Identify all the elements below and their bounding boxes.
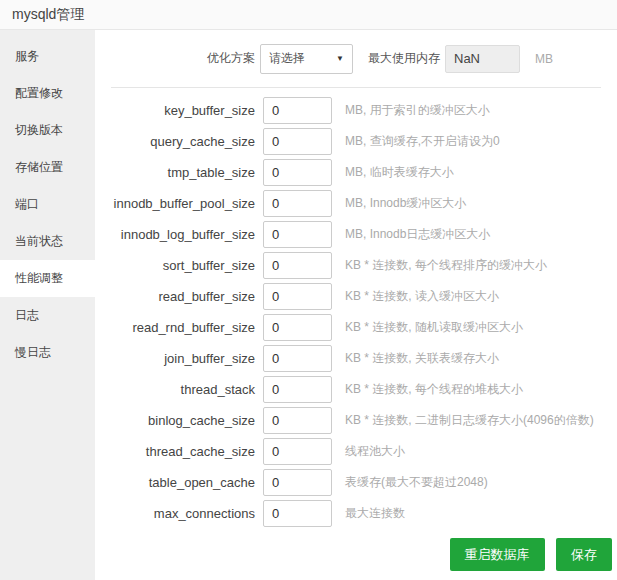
param-value-input[interactable]: [263, 438, 332, 465]
sidebar-item-label: 端口: [15, 197, 39, 211]
form-row-6: read_buffer_size KB * 连接数, 读入缓冲区大小: [95, 281, 617, 312]
window-header: mysqld管理: [0, 0, 617, 30]
param-hint: KB * 连接数, 二进制日志缓存大小(4096的倍数): [345, 412, 594, 429]
param-hint: MB, 查询缓存,不开启请设为0: [345, 133, 500, 150]
param-value-input[interactable]: [263, 407, 332, 434]
form-row-0: key_buffer_size MB, 用于索引的缓冲区大小: [95, 95, 617, 126]
param-value-input[interactable]: [263, 314, 332, 341]
param-value-input[interactable]: [263, 97, 332, 124]
param-hint: KB * 连接数, 每个线程排序的缓冲大小: [345, 257, 547, 274]
sidebar-item-0[interactable]: 服务: [0, 38, 95, 75]
sidebar-item-label: 性能调整: [15, 271, 63, 285]
sidebar-item-3[interactable]: 存储位置: [0, 149, 95, 186]
caret-down-icon: ▼: [336, 54, 344, 63]
param-value-input[interactable]: [263, 252, 332, 279]
max-memory-label: 最大使用内存: [368, 50, 440, 67]
optimization-row: 优化方案 请选择 ▼ 最大使用内存 MB: [95, 30, 617, 87]
param-value-input[interactable]: [263, 469, 332, 496]
param-name-label: sort_buffer_size: [95, 258, 255, 273]
param-name-label: tmp_table_size: [95, 165, 255, 180]
param-hint: 线程池大小: [345, 443, 405, 460]
max-memory-unit: MB: [535, 52, 553, 66]
max-memory-input[interactable]: [445, 45, 520, 73]
form-row-12: table_open_cache 表缓存(最大不要超过2048): [95, 467, 617, 498]
optimization-label: 优化方案: [95, 50, 255, 67]
save-button[interactable]: 保存: [556, 538, 612, 571]
param-value-input[interactable]: [263, 128, 332, 155]
param-hint: MB, 用于索引的缓冲区大小: [345, 102, 490, 119]
param-hint: KB * 连接数, 随机读取缓冲区大小: [345, 319, 523, 336]
sidebar-item-label: 服务: [15, 49, 39, 63]
form-row-10: binlog_cache_size KB * 连接数, 二进制日志缓存大小(40…: [95, 405, 617, 436]
param-name-label: innodb_buffer_pool_size: [95, 196, 255, 211]
param-name-label: thread_cache_size: [95, 444, 255, 459]
param-hint: MB, 临时表缓存大小: [345, 164, 454, 181]
sidebar: 服务 配置修改 切换版本 存储位置 端口 当前状态 性能调整 日志 慢日志: [0, 30, 95, 580]
sidebar-item-5[interactable]: 当前状态: [0, 223, 95, 260]
optimization-select-value: 请选择: [269, 50, 305, 67]
sidebar-item-label: 慢日志: [15, 345, 51, 359]
param-value-input[interactable]: [263, 376, 332, 403]
param-value-input[interactable]: [263, 500, 332, 527]
param-value-input[interactable]: [263, 159, 332, 186]
form-row-4: innodb_log_buffer_size MB, Innodb日志缓冲区大小: [95, 219, 617, 250]
optimization-select[interactable]: 请选择 ▼: [260, 44, 353, 74]
restart-database-button[interactable]: 重启数据库: [450, 538, 545, 571]
form-row-1: query_cache_size MB, 查询缓存,不开启请设为0: [95, 126, 617, 157]
sidebar-item-8[interactable]: 慢日志: [0, 334, 95, 371]
window-title: mysqld管理: [12, 6, 84, 24]
sidebar-item-label: 日志: [15, 308, 39, 322]
param-value-input[interactable]: [263, 345, 332, 372]
param-name-label: thread_stack: [95, 382, 255, 397]
sidebar-item-label: 存储位置: [15, 160, 63, 174]
param-hint: KB * 连接数, 关联表缓存大小: [345, 350, 499, 367]
param-name-label: query_cache_size: [95, 134, 255, 149]
param-name-label: max_connections: [95, 506, 255, 521]
param-hint: KB * 连接数, 每个线程的堆栈大小: [345, 381, 523, 398]
form-row-11: thread_cache_size 线程池大小: [95, 436, 617, 467]
sidebar-item-1[interactable]: 配置修改: [0, 75, 95, 112]
param-hint: MB, Innodb日志缓冲区大小: [345, 226, 490, 243]
param-value-input[interactable]: [263, 283, 332, 310]
param-name-label: read_buffer_size: [95, 289, 255, 304]
sidebar-item-2[interactable]: 切换版本: [0, 112, 95, 149]
param-name-label: join_buffer_size: [95, 351, 255, 366]
sidebar-item-label: 配置修改: [15, 86, 63, 100]
param-name-label: innodb_log_buffer_size: [95, 227, 255, 242]
form-row-9: thread_stack KB * 连接数, 每个线程的堆栈大小: [95, 374, 617, 405]
param-name-label: binlog_cache_size: [95, 413, 255, 428]
sidebar-item-4[interactable]: 端口: [0, 186, 95, 223]
sidebar-item-6[interactable]: 性能调整: [0, 260, 95, 297]
param-name-label: read_rnd_buffer_size: [95, 320, 255, 335]
param-name-label: table_open_cache: [95, 475, 255, 490]
param-value-input[interactable]: [263, 221, 332, 248]
sidebar-item-7[interactable]: 日志: [0, 297, 95, 334]
param-hint: MB, Innodb缓冲区大小: [345, 195, 466, 212]
form-row-5: sort_buffer_size KB * 连接数, 每个线程排序的缓冲大小: [95, 250, 617, 281]
param-hint: 最大连接数: [345, 505, 405, 522]
sidebar-item-label: 当前状态: [15, 234, 63, 248]
param-name-label: key_buffer_size: [95, 103, 255, 118]
sidebar-item-label: 切换版本: [15, 123, 63, 137]
form-row-2: tmp_table_size MB, 临时表缓存大小: [95, 157, 617, 188]
form-row-3: innodb_buffer_pool_size MB, Innodb缓冲区大小: [95, 188, 617, 219]
form-rows: key_buffer_size MB, 用于索引的缓冲区大小 query_cac…: [95, 88, 617, 529]
button-bar: 重启数据库 保存: [95, 538, 617, 571]
form-row-8: join_buffer_size KB * 连接数, 关联表缓存大小: [95, 343, 617, 374]
form-row-7: read_rnd_buffer_size KB * 连接数, 随机读取缓冲区大小: [95, 312, 617, 343]
main-panel: 优化方案 请选择 ▼ 最大使用内存 MB key_buffer_size MB,…: [95, 30, 617, 580]
param-value-input[interactable]: [263, 190, 332, 217]
form-row-13: max_connections 最大连接数: [95, 498, 617, 529]
mysqld-window: mysqld管理 服务 配置修改 切换版本 存储位置 端口 当前状态 性能调整 …: [0, 0, 617, 580]
param-hint: 表缓存(最大不要超过2048): [345, 474, 488, 491]
param-hint: KB * 连接数, 读入缓冲区大小: [345, 288, 499, 305]
